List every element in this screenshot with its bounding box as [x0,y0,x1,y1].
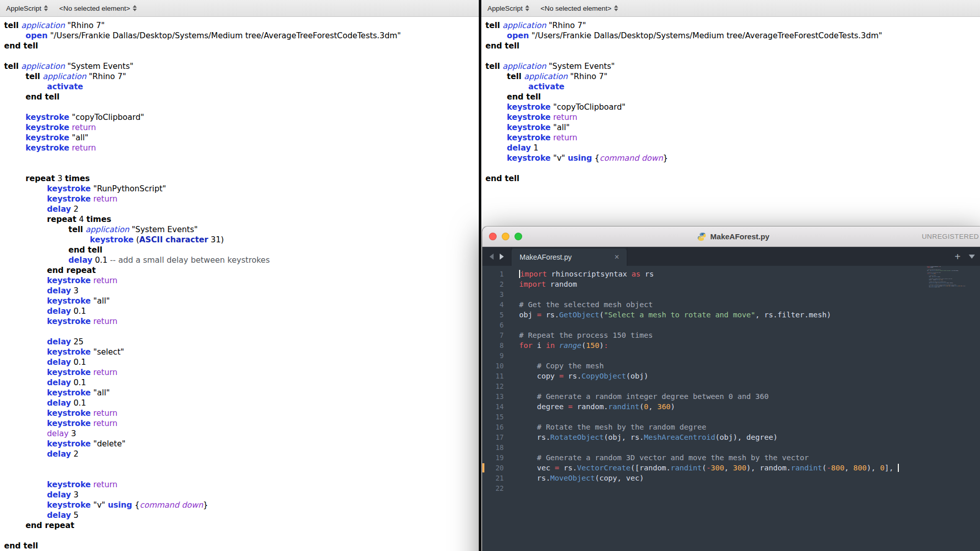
code-editor: 12345678910111213141516171819202122 impo… [482,266,980,551]
line-number: 15 [482,412,512,422]
code-line: delay 3 [4,490,475,500]
code-line: keystroke return [4,194,475,204]
line-number: 3 [482,289,512,299]
code-line: tell application "Rhino 7" [485,71,976,82]
popup-updown-icon [614,5,618,11]
code-line: keystroke return [4,316,475,327]
code-line: end tell [4,245,475,255]
code-line: keystroke return [485,112,976,122]
code-line: # Get the selected mesh object [519,299,980,310]
script-editor-window-left: AppleScript <No selected element> tell a… [0,0,479,551]
line-number: 16 [482,422,512,432]
code-line [4,327,475,337]
element-popup[interactable]: <No selected element> [59,5,137,12]
code-line: keystroke return [4,418,475,429]
tab-makeaforest[interactable]: MakeAForest.py × [511,248,627,266]
line-number: 22 [482,483,512,493]
code-line: keystroke "v" using {command down} [4,500,475,510]
element-popup[interactable]: <No selected element> [541,5,618,12]
code-line [4,51,475,61]
forward-arrow-icon[interactable] [500,254,504,260]
minimap-content[interactable]: import rhinoscriptsyntax as rsimport ran… [927,266,980,289]
line-number: 10 [482,361,512,371]
sublime-window: MakeAForest.py UNREGISTERED MakeAForest.… [482,227,980,551]
language-popup[interactable]: AppleScript [6,5,48,12]
code-line [4,153,475,163]
line-number: 12 [482,381,512,391]
code-line: delay 5 [4,510,475,520]
code-line: activate [4,82,475,92]
minimap[interactable]: import rhinoscriptsyntax as rsimport ran… [927,266,980,388]
code-line: # Rotate the mesh by the random degree [519,422,980,432]
code-line: end repeat [4,520,475,531]
code-line: # Copy the mesh [519,361,980,371]
code-line: # Generate a random 3D vector and move t… [519,453,980,463]
code-line: open "/Users/Frankie Dallas/Desktop/Syst… [4,31,475,41]
code-line: end tell [485,92,976,102]
language-popup[interactable]: AppleScript [487,5,529,12]
code-line: rs.RotateObject(obj, rs.MeshAreaCentroid… [519,432,980,442]
python-code[interactable]: import rhinoscriptsyntax as rsimport ran… [512,266,980,551]
code-line: end tell [4,541,475,551]
code-line [519,289,980,299]
navigation-bar-left: AppleScript <No selected element> [0,0,479,17]
line-number: 13 [482,391,512,402]
code-line [4,102,475,112]
code-line: keystroke return [485,133,976,143]
code-line: delay 0.1 -- add a small delay between k… [4,255,475,265]
tab-close-icon[interactable]: × [613,252,621,262]
line-number: 17 [482,432,512,442]
minimize-button[interactable] [502,233,509,240]
code-line: keystroke return [4,408,475,418]
code-line: delay 3 [4,429,475,439]
code-line: tell application "System Events" [485,61,976,71]
code-line: keystroke "all" [4,296,475,306]
code-line: for i in range(150): [519,340,980,350]
code-line: keystroke "delete" [4,439,475,449]
code-line: tell application "Rhino 7" [4,71,475,82]
python-file-icon [697,232,706,241]
code-line: tell application "System Events" [4,224,475,235]
title-bar[interactable]: MakeAForest.py UNREGISTERED [482,227,980,247]
code-line: delay 0.1 [4,398,475,408]
code-line: delay 0.1 [4,378,475,388]
code-line: repeat 4 times [4,214,475,224]
line-number: 7 [482,330,512,340]
code-line: copy = rs.CopyObject(obj) [519,371,980,381]
back-arrow-icon[interactable] [489,254,494,260]
zoom-button[interactable] [514,233,522,240]
code-line: # Generate a random integer degree betwe… [519,391,980,402]
line-number: 4 [482,299,512,310]
code-line: end tell [4,92,475,102]
line-number: 6 [482,320,512,330]
code-line [4,163,475,173]
window-title: MakeAForest.py [710,232,770,241]
code-line: keystroke "copyToClipboard" [4,112,475,122]
code-line: open "/Users/Frankie Dallas/Desktop/Syst… [485,31,976,41]
code-line [519,483,980,493]
code-line: delay 1 [485,143,976,153]
applescript-code-right[interactable]: tell application "Rhino 7"open "/Users/F… [481,17,980,184]
code-line: end tell [485,173,976,184]
language-popup-label: AppleScript [487,5,523,12]
element-popup-label: <No selected element> [541,5,611,12]
line-number: 21 [482,473,512,483]
code-line [4,469,475,480]
language-popup-label: AppleScript [6,5,41,12]
line-number: 1 [482,269,512,279]
close-button[interactable] [489,233,497,240]
code-line [485,163,976,173]
text-cursor [898,464,899,472]
tab-dropdown-icon[interactable] [969,255,975,259]
line-number: 18 [482,442,512,453]
applescript-code-left[interactable]: tell application "Rhino 7"open "/Users/F… [0,17,479,551]
code-line: tell application "Rhino 7" [4,20,475,31]
code-line: keystroke "select" [4,347,475,357]
code-line: tell application "Rhino 7" [485,20,976,31]
code-line: keystroke "RunPythonScript" [4,184,475,194]
window-title-group: MakeAForest.py [697,232,770,241]
code-line: end tell [485,41,976,51]
code-line: end tell [4,41,475,51]
code-line: import random [519,279,980,289]
new-tab-icon[interactable]: + [954,252,961,262]
